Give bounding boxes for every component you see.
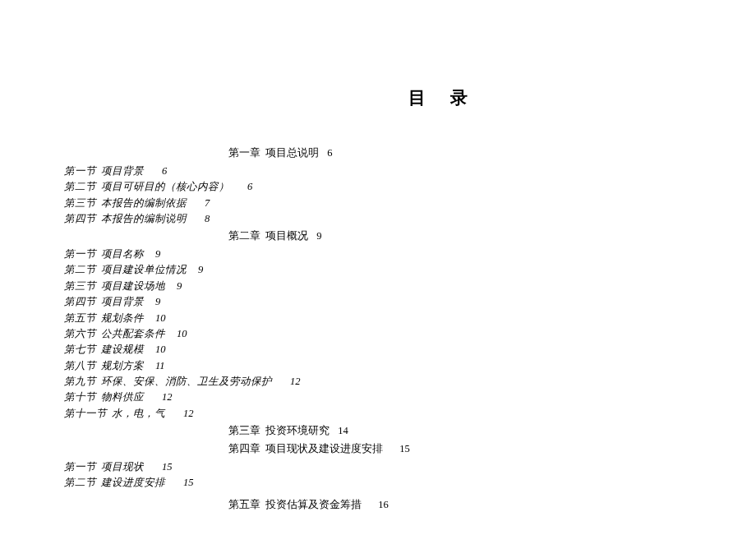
chapter-1: 第一章 项目总说明6 bbox=[64, 145, 689, 161]
section-page: 10 bbox=[155, 342, 166, 357]
section-title: 建设进度安排 bbox=[101, 475, 165, 491]
section-page: 10 bbox=[155, 311, 166, 326]
section-4-2: 第二节 建设进度安排 15 bbox=[64, 475, 689, 491]
section-label: 第三节 bbox=[64, 196, 96, 211]
chapter-title: 投资估算及资金筹措 bbox=[265, 499, 362, 510]
section-label: 第二节 bbox=[64, 179, 96, 195]
section-2-7: 第七节 建设规模 10 bbox=[64, 342, 689, 357]
section-page: 8 bbox=[205, 211, 210, 227]
section-label: 第十节 bbox=[64, 390, 96, 405]
section-title: 项目建设单位情况 bbox=[101, 262, 187, 278]
section-page: 10 bbox=[177, 326, 187, 342]
section-label: 第一节 bbox=[64, 164, 96, 179]
document-title: 目录 bbox=[0, 86, 756, 109]
section-2-11: 第十一节 水，电，气 12 bbox=[64, 406, 689, 422]
chapter-page: 6 bbox=[327, 147, 332, 159]
chapter-label: 第一章 bbox=[228, 147, 260, 159]
section-page: 12 bbox=[290, 374, 301, 390]
section-page: 6 bbox=[162, 164, 167, 179]
section-label: 第七节 bbox=[64, 342, 96, 357]
section-title: 规划条件 bbox=[101, 311, 144, 326]
chapter-page: 16 bbox=[378, 499, 389, 510]
section-title: 项目背景 bbox=[101, 164, 144, 179]
section-title: 本报告的编制说明 bbox=[101, 211, 187, 227]
section-label: 第六节 bbox=[64, 326, 96, 342]
section-page: 12 bbox=[162, 390, 173, 405]
section-label: 第四节 bbox=[64, 294, 96, 310]
section-page: 7 bbox=[205, 196, 210, 211]
section-title: 项目建设场地 bbox=[101, 279, 165, 294]
section-1-4: 第四节 本报告的编制说明 8 bbox=[64, 211, 689, 227]
section-title: 公共配套条件 bbox=[101, 326, 165, 342]
chapter-label: 第二章 bbox=[228, 230, 260, 242]
section-2-4: 第四节 项目背景 9 bbox=[64, 294, 689, 310]
section-label: 第四节 bbox=[64, 211, 96, 227]
section-title: 项目背景 bbox=[101, 294, 144, 310]
chapter-page: 14 bbox=[338, 425, 348, 436]
chapter-label: 第三章 bbox=[228, 425, 260, 436]
section-title: 环保、安保、消防、卫生及劳动保护 bbox=[101, 374, 272, 390]
chapter-title: 项目概况 bbox=[265, 230, 308, 242]
section-page: 9 bbox=[155, 247, 160, 262]
chapter-5: 第五章 投资估算及资金筹措16 bbox=[64, 497, 689, 513]
section-page: 12 bbox=[183, 406, 194, 422]
section-title: 建设规模 bbox=[101, 342, 144, 357]
section-page: 9 bbox=[177, 279, 182, 294]
section-title: 物料供应 bbox=[101, 390, 144, 405]
section-page: 15 bbox=[183, 475, 194, 491]
section-title: 项目可研目的（核心内容） bbox=[101, 179, 229, 195]
section-title: 规划方案 bbox=[101, 358, 144, 374]
section-label: 第一节 bbox=[64, 247, 96, 262]
section-page: 9 bbox=[198, 262, 203, 278]
chapter-title: 项目现状及建设进度安排 bbox=[265, 443, 383, 454]
section-label: 第五节 bbox=[64, 311, 96, 326]
chapter-label: 第四章 bbox=[228, 443, 260, 454]
section-page: 6 bbox=[247, 179, 252, 195]
chapter-page: 15 bbox=[399, 443, 410, 454]
section-2-10: 第十节 物料供应 12 bbox=[64, 390, 689, 405]
section-page: 11 bbox=[155, 358, 165, 374]
chapter-2: 第二章 项目概况9 bbox=[64, 228, 689, 244]
section-1-1: 第一节 项目背景 6 bbox=[64, 164, 689, 179]
section-2-6: 第六节 公共配套条件 10 bbox=[64, 326, 689, 342]
section-2-3: 第三节 项目建设场地 9 bbox=[64, 279, 689, 294]
section-page: 15 bbox=[162, 459, 173, 475]
section-4-1: 第一节 项目现状 15 bbox=[64, 459, 689, 475]
section-title: 水，电，气 bbox=[112, 406, 165, 422]
chapter-4: 第四章 项目现状及建设进度安排15 bbox=[64, 441, 689, 457]
section-2-5: 第五节 规划条件 10 bbox=[64, 311, 689, 326]
chapter-label: 第五章 bbox=[228, 499, 260, 510]
section-2-8: 第八节 规划方案 11 bbox=[64, 358, 689, 374]
section-label: 第八节 bbox=[64, 358, 96, 374]
section-label: 第二节 bbox=[64, 475, 96, 491]
section-2-2: 第二节 项目建设单位情况 9 bbox=[64, 262, 689, 278]
chapter-title: 项目总说明 bbox=[265, 147, 319, 159]
section-1-3: 第三节 本报告的编制依据 7 bbox=[64, 196, 689, 211]
section-title: 项目名称 bbox=[101, 247, 144, 262]
section-2-9: 第九节 环保、安保、消防、卫生及劳动保护 12 bbox=[64, 374, 689, 390]
section-page: 9 bbox=[155, 294, 160, 310]
section-label: 第二节 bbox=[64, 262, 96, 278]
section-1-2: 第二节 项目可研目的（核心内容） 6 bbox=[64, 179, 689, 195]
toc-content: 第一章 项目总说明6 第一节 项目背景 6 第二节 项目可研目的（核心内容） 6… bbox=[64, 144, 689, 515]
section-label: 第三节 bbox=[64, 279, 96, 294]
chapter-title: 投资环境研究 bbox=[265, 425, 330, 436]
section-label: 第一节 bbox=[64, 459, 96, 475]
section-label: 第九节 bbox=[64, 374, 96, 390]
section-title: 本报告的编制依据 bbox=[101, 196, 187, 211]
chapter-page: 9 bbox=[316, 230, 321, 242]
chapter-3: 第三章 投资环境研究14 bbox=[64, 423, 689, 439]
section-label: 第十一节 bbox=[64, 406, 107, 422]
section-2-1: 第一节 项目名称 9 bbox=[64, 247, 689, 262]
section-title: 项目现状 bbox=[101, 459, 144, 475]
